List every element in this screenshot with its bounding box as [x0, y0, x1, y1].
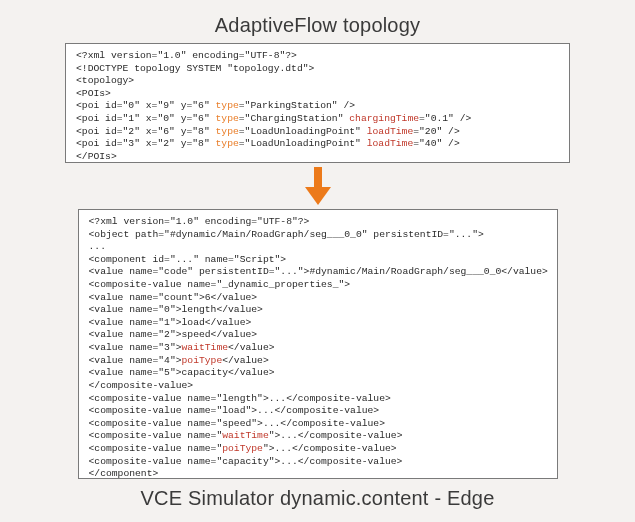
svg-marker-1 [305, 187, 331, 205]
title-bottom: VCE Simulator dynamic.content - Edge [0, 479, 635, 520]
page-root: AdaptiveFlow topology <?xml version="1.0… [0, 0, 635, 522]
simulator-xml-code: <?xml version="1.0" encoding="UTF-8"?> <… [78, 209, 558, 479]
topology-xml-code: <?xml version="1.0" encoding="UTF-8"?> <… [65, 43, 570, 163]
arrow-wrap [0, 163, 635, 209]
svg-rect-0 [314, 167, 322, 189]
down-arrow-icon [303, 165, 333, 207]
title-top: AdaptiveFlow topology [0, 0, 635, 43]
